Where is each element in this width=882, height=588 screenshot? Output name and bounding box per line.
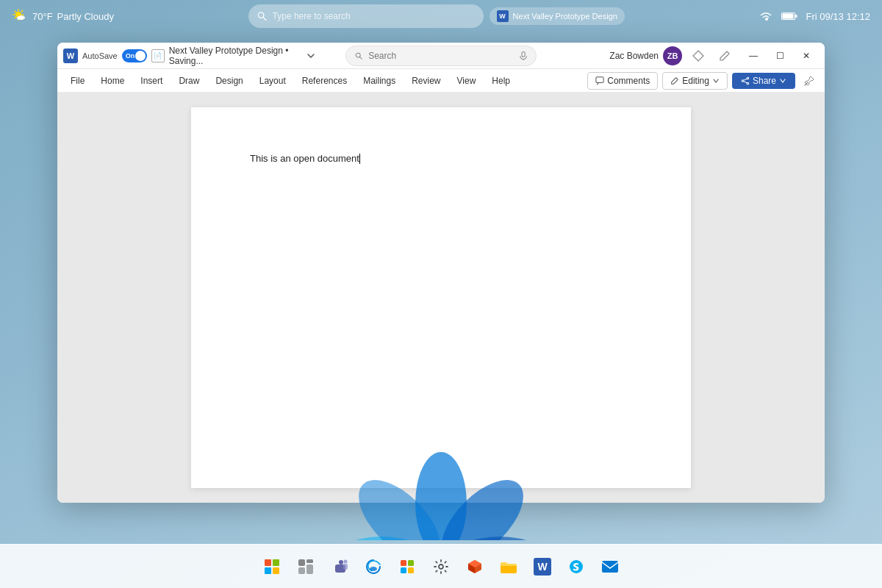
word-logo-small: W — [497, 10, 509, 22]
menu-items: File Home Insert Draw Design Layout Refe… — [63, 73, 517, 89]
menu-draw[interactable]: Draw — [171, 73, 207, 89]
svg-point-34 — [344, 559, 348, 563]
taskbar-file-explorer[interactable] — [493, 551, 524, 582]
svg-rect-44 — [602, 561, 618, 573]
word-search-icon — [355, 51, 362, 60]
pin-button[interactable] — [800, 71, 819, 90]
svg-rect-39 — [401, 567, 406, 573]
svg-point-15 — [742, 79, 744, 82]
windows-logo-icon — [265, 559, 279, 574]
word-search-input[interactable] — [368, 51, 514, 61]
weather-condition: Partly Cloudy — [57, 11, 114, 22]
svg-rect-6 — [795, 15, 797, 18]
svg-rect-28 — [298, 559, 305, 566]
document-area[interactable]: This is an open document — [57, 93, 825, 503]
autosave-toggle[interactable]: On — [122, 49, 147, 62]
autosave-on-text: On — [126, 52, 135, 60]
document-page[interactable]: This is an open document — [191, 107, 691, 488]
taskbar-store[interactable] — [392, 551, 423, 582]
title-bar: W AutoSave On 📄 Next Valley Prototype De… — [57, 43, 825, 69]
taskbar-search[interactable] — [248, 4, 484, 28]
taskbar-teams[interactable] — [324, 551, 355, 582]
svg-point-33 — [339, 560, 343, 564]
menu-view[interactable]: View — [450, 73, 484, 89]
svg-point-26 — [331, 537, 434, 540]
svg-marker-12 — [693, 51, 703, 61]
word-search-bar[interactable] — [345, 46, 537, 66]
user-avatar[interactable]: ZB — [663, 46, 682, 65]
file-explorer-icon — [500, 559, 517, 574]
taskbar-office[interactable] — [459, 551, 490, 582]
user-info: Zac Bowden ZB — [609, 46, 682, 65]
comments-button[interactable]: Comments — [587, 72, 658, 90]
maximize-button[interactable]: ☐ — [767, 46, 792, 66]
title-bar-left: W AutoSave On 📄 Next Valley Prototype De… — [63, 46, 315, 66]
settings-icon — [433, 559, 449, 575]
menu-design[interactable]: Design — [208, 73, 250, 89]
taskbar-search-input[interactable] — [273, 11, 475, 21]
taskbar-mail[interactable] — [595, 551, 625, 582]
comment-icon — [595, 76, 604, 85]
menu-references[interactable]: References — [295, 73, 354, 89]
share-icon — [741, 76, 750, 85]
microphone-icon[interactable] — [520, 51, 527, 61]
skype-icon — [568, 559, 584, 575]
taskbar-edge[interactable] — [358, 551, 389, 582]
svg-rect-7 — [782, 14, 793, 19]
svg-rect-13 — [596, 76, 603, 82]
svg-point-41 — [439, 564, 443, 569]
menu-file[interactable]: File — [63, 73, 92, 89]
svg-rect-10 — [522, 51, 525, 57]
svg-rect-30 — [306, 564, 313, 574]
word-window: W AutoSave On 📄 Next Valley Prototype De… — [57, 43, 825, 503]
svg-rect-40 — [408, 567, 414, 573]
taskbar-windows-start[interactable] — [257, 551, 287, 582]
system-tray: Fri 09/13 12:12 — [759, 11, 870, 22]
title-bar-right: Zac Bowden ZB — ☐ ✕ — [567, 46, 819, 66]
pinned-app-search[interactable]: W Next Valley Prototype Design — [490, 7, 625, 25]
document-icon: 📄 — [151, 49, 165, 62]
store-icon — [399, 559, 415, 575]
document-content[interactable]: This is an open document — [250, 151, 632, 167]
diamond-shape-icon — [692, 50, 704, 62]
menu-mailings[interactable]: Mailings — [356, 73, 403, 89]
edit-icon — [670, 76, 679, 85]
minimize-button[interactable]: — — [741, 46, 766, 66]
search-icon — [257, 11, 267, 21]
taskbar-skype[interactable] — [561, 551, 592, 582]
teams-icon — [331, 559, 348, 575]
weather-widget[interactable]: 70°F Partly Cloudy — [12, 8, 114, 24]
temperature: 70°F — [32, 11, 53, 22]
taskbar-settings[interactable] — [426, 551, 456, 582]
share-label: Share — [753, 76, 776, 86]
svg-line-17 — [744, 79, 747, 80]
document-text: This is an open document — [250, 153, 359, 164]
svg-line-18 — [744, 81, 747, 82]
taskbar-word[interactable]: W — [527, 551, 558, 582]
weather-icon — [12, 8, 28, 24]
svg-line-9 — [359, 57, 362, 59]
svg-point-36 — [370, 567, 377, 571]
svg-rect-38 — [408, 560, 414, 566]
diamond-icon[interactable] — [688, 46, 709, 66]
svg-point-22 — [448, 537, 551, 540]
menu-home[interactable]: Home — [93, 73, 132, 89]
menu-insert[interactable]: Insert — [133, 73, 170, 89]
document-title: Next Valley Prototype Design • Saving... — [169, 46, 302, 66]
title-bar-center — [315, 46, 567, 66]
svg-rect-29 — [306, 559, 313, 563]
menu-bar: File Home Insert Draw Design Layout Refe… — [57, 69, 825, 93]
share-button[interactable]: Share — [732, 73, 795, 89]
menu-review[interactable]: Review — [404, 73, 448, 89]
close-button[interactable]: ✕ — [794, 46, 819, 66]
pencil-icon[interactable] — [714, 46, 735, 66]
wifi-icon — [759, 11, 772, 21]
taskbar-bottom: W — [0, 544, 882, 588]
widgets-icon — [298, 559, 314, 575]
chevron-down-icon[interactable] — [306, 51, 315, 60]
menu-help[interactable]: Help — [484, 73, 517, 89]
editing-button[interactable]: Editing — [662, 72, 728, 90]
taskbar-widgets[interactable] — [290, 551, 321, 582]
menu-layout[interactable]: Layout — [252, 73, 293, 89]
comments-label: Comments — [607, 76, 650, 86]
